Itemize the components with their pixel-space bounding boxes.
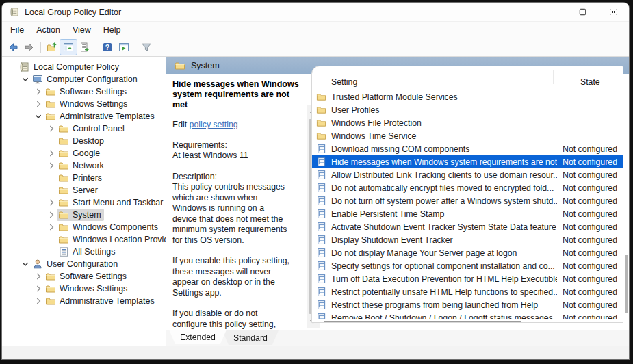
- tree-item-desktop[interactable]: Desktop: [2, 135, 166, 147]
- tree-node[interactable]: Computer Configuration: [31, 73, 140, 86]
- chevron-right-icon[interactable]: [32, 86, 44, 97]
- filter-icon[interactable]: [138, 40, 155, 55]
- list-row-display-shutdown-event-tracker[interactable]: Display Shutdown Event TrackerNot config…: [312, 233, 623, 246]
- tree-node[interactable]: Windows Settings: [44, 283, 130, 295]
- chevron-right-icon[interactable]: [45, 209, 57, 220]
- tree-item-control-panel[interactable]: Control Panel: [2, 122, 166, 135]
- chevron-right-icon[interactable]: [45, 160, 57, 171]
- tree-node[interactable]: User Configuration: [31, 258, 120, 270]
- chevron-right-icon[interactable]: [32, 283, 44, 294]
- chevron-right-icon[interactable]: [45, 123, 57, 134]
- list-row-do-not-automatically-encrypt-files-moved[interactable]: Do not automatically encrypt files moved…: [312, 181, 623, 194]
- list-row-hide-messages-when-windows-system-requir[interactable]: Hide messages when Windows system requir…: [312, 155, 623, 168]
- list-row-remove-boot-shutdown-logon-logoff-status[interactable]: Remove Boot / Shutdown / Logon / Logoff …: [312, 311, 623, 319]
- tree-item-google[interactable]: Google: [2, 147, 166, 159]
- list-row-restrict-potentially-unsafe-html-help-fu[interactable]: Restrict potentially unsafe HTML Help fu…: [312, 285, 623, 298]
- maximize-button[interactable]: [567, 3, 598, 21]
- chevron-right-icon[interactable]: [45, 197, 57, 208]
- tree-item-network[interactable]: Network: [2, 159, 166, 172]
- tree-item-windows-components[interactable]: Windows Components: [2, 221, 166, 233]
- tree-node[interactable]: Software Settings: [44, 86, 129, 98]
- tree-node[interactable]: Windows Settings: [44, 98, 130, 110]
- tab-standard[interactable]: Standard: [222, 330, 279, 345]
- list-row-turn-off-data-execution-prevention-for-h[interactable]: Turn off Data Execution Prevention for H…: [312, 272, 623, 285]
- tree-item-software-settings[interactable]: Software Settings: [2, 86, 166, 98]
- tree-item-all-settings[interactable]: All Settings: [2, 246, 166, 258]
- tree-item-software-settings[interactable]: Software Settings: [2, 270, 166, 283]
- list-row-trusted-platform-module-services[interactable]: Trusted Platform Module Services: [312, 90, 623, 103]
- menu-help[interactable]: Help: [97, 23, 127, 38]
- tree-item-printers[interactable]: Printers: [2, 172, 166, 184]
- list-row-do-not-turn-off-system-power-after-a-win[interactable]: Do not turn off system power after a Win…: [312, 194, 623, 207]
- chevron-right-icon[interactable]: [32, 99, 44, 109]
- tree-item-administrative-templates[interactable]: Administrative Templates: [2, 295, 166, 307]
- folder-icon: [58, 209, 69, 220]
- tree-node[interactable]: Windows Location Provider: [57, 233, 166, 246]
- list-row-specify-settings-for-optional-component-[interactable]: Specify settings for optional component …: [312, 259, 623, 272]
- vertical-scrollbar-thumb[interactable]: [625, 255, 628, 313]
- edit-policy-setting-link[interactable]: policy setting: [190, 120, 238, 129]
- setting-name: Hide messages when Windows system requir…: [331, 157, 557, 167]
- tree-node[interactable]: Printers: [57, 172, 105, 184]
- show-properties-icon[interactable]: [116, 40, 132, 55]
- tree-item-user-configuration[interactable]: User Configuration: [2, 258, 166, 270]
- toolbar: ?: [2, 38, 629, 57]
- tree-node[interactable]: Network: [57, 159, 107, 172]
- tree-node[interactable]: Control Panel: [57, 122, 127, 135]
- up-one-level-icon[interactable]: [44, 40, 60, 55]
- list-row-user-profiles[interactable]: User Profiles: [312, 103, 623, 116]
- back-icon[interactable]: [5, 40, 21, 55]
- list-row-restrict-these-programs-from-being-launc[interactable]: Restrict these programs from being launc…: [312, 298, 623, 311]
- tree-node[interactable]: Server: [57, 184, 101, 196]
- tree-item-windows-settings[interactable]: Windows Settings: [2, 283, 166, 295]
- chevron-right-icon[interactable]: [45, 222, 57, 233]
- list-row-do-not-display-manage-your-server-page-a[interactable]: Do not display Manage Your Server page a…: [312, 246, 623, 259]
- tree-item-local-computer-policy[interactable]: Local Computer Policy: [2, 61, 166, 73]
- tree-item-windows-settings[interactable]: Windows Settings: [2, 98, 166, 110]
- list-row-windows-file-protection[interactable]: Windows File Protection: [312, 116, 623, 129]
- horizontal-scrollbar-thumb[interactable]: [324, 321, 521, 323]
- list-row-activate-shutdown-event-tracker-system-s[interactable]: Activate Shutdown Event Tracker System S…: [312, 220, 623, 233]
- tree-node[interactable]: All Settings: [57, 246, 118, 258]
- tree-node[interactable]: System: [57, 209, 104, 221]
- tree-item-system[interactable]: System: [2, 209, 166, 221]
- show-console-tree-icon[interactable]: [60, 40, 77, 55]
- tree-item-start-menu-and-taskbar[interactable]: Start Menu and Taskbar: [2, 196, 166, 209]
- export-list-icon[interactable]: [77, 40, 93, 55]
- list-row-allow-distributed-link-tracking-clients-[interactable]: Allow Distributed Link Tracking clients …: [312, 168, 623, 181]
- list-row-windows-time-service[interactable]: Windows Time Service: [312, 129, 623, 142]
- chevron-right-icon[interactable]: [45, 148, 57, 159]
- tree-node[interactable]: Desktop: [57, 135, 107, 147]
- tree-node[interactable]: Local Computer Policy: [18, 61, 122, 73]
- list-row-download-missing-com-components[interactable]: Download missing COM componentsNot confi…: [312, 142, 623, 155]
- tree-node[interactable]: Google: [57, 147, 103, 159]
- menu-action[interactable]: Action: [30, 23, 66, 38]
- tree-node[interactable]: Administrative Templates: [44, 110, 157, 122]
- help-icon[interactable]: ?: [99, 40, 116, 55]
- column-header-setting[interactable]: Setting: [331, 77, 554, 87]
- chevron-right-icon[interactable]: [32, 271, 44, 282]
- menu-file[interactable]: File: [4, 23, 30, 38]
- chevron-down-icon[interactable]: [19, 259, 31, 270]
- column-divider[interactable]: [553, 70, 554, 84]
- folder-icon: [45, 296, 56, 307]
- horizontal-scrollbar[interactable]: [312, 319, 623, 323]
- chevron-down-icon[interactable]: [19, 74, 31, 85]
- menu-view[interactable]: View: [66, 23, 97, 38]
- forward-icon[interactable]: [21, 40, 38, 55]
- tree-node[interactable]: Windows Components: [57, 221, 161, 233]
- chevron-down-icon[interactable]: [32, 111, 44, 122]
- list-row-enable-persistent-time-stamp[interactable]: Enable Persistent Time StampNot configur…: [312, 207, 623, 220]
- chevron-right-icon[interactable]: [32, 296, 44, 307]
- tree-item-administrative-templates[interactable]: Administrative Templates: [2, 110, 166, 122]
- tree-item-windows-location-provider[interactable]: Windows Location Provider: [2, 233, 166, 246]
- tree-node[interactable]: Software Settings: [44, 270, 129, 283]
- close-button[interactable]: [598, 3, 629, 21]
- tab-extended[interactable]: Extended: [169, 330, 227, 344]
- minimize-button[interactable]: [537, 3, 567, 21]
- tree-item-computer-configuration[interactable]: Computer Configuration: [2, 73, 166, 86]
- tree-node[interactable]: Administrative Templates: [44, 295, 157, 307]
- tree-node[interactable]: Start Menu and Taskbar: [57, 196, 166, 209]
- tree-item-server[interactable]: Server: [2, 184, 166, 196]
- column-header-state[interactable]: State: [554, 77, 623, 87]
